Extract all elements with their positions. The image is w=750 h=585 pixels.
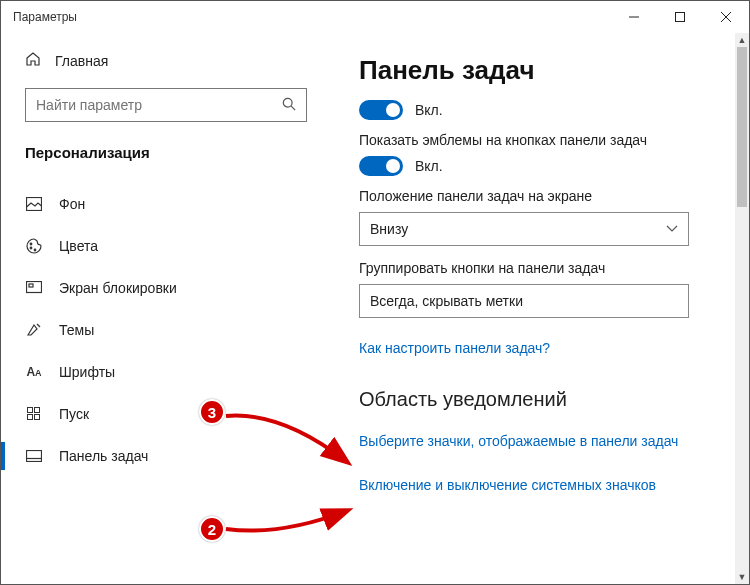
help-link[interactable]: Как настроить панели задач? <box>359 340 550 356</box>
position-select[interactable]: Внизу <box>359 212 689 246</box>
start-icon <box>25 407 43 421</box>
themes-icon <box>25 322 43 338</box>
titlebar: Параметры <box>1 1 749 33</box>
home-label: Главная <box>55 53 108 69</box>
settings-window: Параметры Главная <box>0 0 750 585</box>
toggle-1[interactable] <box>359 100 403 120</box>
svg-rect-1 <box>676 13 685 22</box>
sidebar-item-label: Шрифты <box>59 364 115 380</box>
svg-point-7 <box>30 243 32 245</box>
toggle-1-label: Вкл. <box>415 102 443 118</box>
link-toggle-system-icons[interactable]: Включение и выключение системных значков <box>359 477 656 493</box>
toggle-2[interactable] <box>359 156 403 176</box>
toggle-2-label: Вкл. <box>415 158 443 174</box>
toggle-row-2: Вкл. <box>359 156 737 176</box>
sidebar-item-label: Панель задач <box>59 448 148 464</box>
svg-rect-16 <box>27 451 42 462</box>
sidebar-item-start[interactable]: Пуск <box>25 394 307 434</box>
taskbar-icon <box>25 450 43 462</box>
sidebar-item-background[interactable]: Фон <box>25 184 307 224</box>
position-label: Положение панели задач на экране <box>359 188 737 204</box>
window-controls <box>611 1 749 33</box>
sidebar-item-fonts[interactable]: AA Шрифты <box>25 352 307 392</box>
scroll-track[interactable] <box>735 47 749 570</box>
emblems-label: Показать эмблемы на кнопках панели задач <box>359 132 737 148</box>
svg-point-9 <box>34 249 36 251</box>
annotation-badge-2: 2 <box>199 516 225 542</box>
search-box[interactable] <box>25 88 307 122</box>
sidebar-item-label: Фон <box>59 196 85 212</box>
search-icon <box>282 97 296 114</box>
search-input[interactable] <box>36 97 282 113</box>
scroll-down-icon[interactable]: ▼ <box>735 570 749 584</box>
scroll-up-icon[interactable]: ▲ <box>735 33 749 47</box>
window-body: Главная Персонализация Фон Цвета Экран б… <box>1 33 749 584</box>
svg-rect-11 <box>29 284 33 287</box>
group-select[interactable]: Всегда, скрывать метки <box>359 284 689 318</box>
sidebar-item-colors[interactable]: Цвета <box>25 226 307 266</box>
home-nav[interactable]: Главная <box>25 51 307 70</box>
scroll-thumb[interactable] <box>737 47 747 207</box>
category-title: Персонализация <box>25 144 307 161</box>
link-select-icons[interactable]: Выберите значки, отображаемые в панели з… <box>359 433 678 449</box>
position-value: Внизу <box>370 221 408 237</box>
sidebar-item-label: Пуск <box>59 406 89 422</box>
maximize-button[interactable] <box>657 1 703 33</box>
svg-rect-13 <box>35 408 40 413</box>
fonts-icon: AA <box>25 365 43 379</box>
annotation-badge-3: 3 <box>199 399 225 425</box>
sidebar-item-label: Цвета <box>59 238 98 254</box>
picture-icon <box>25 197 43 211</box>
lockscreen-icon <box>25 281 43 295</box>
svg-point-4 <box>283 98 292 107</box>
sidebar-item-lockscreen[interactable]: Экран блокировки <box>25 268 307 308</box>
chevron-down-icon <box>666 222 678 236</box>
vertical-scrollbar[interactable]: ▲ ▼ <box>735 33 749 584</box>
svg-rect-14 <box>28 415 33 420</box>
home-icon <box>25 51 41 70</box>
section-notifications-heading: Область уведомлений <box>359 388 737 411</box>
toggle-row-1: Вкл. <box>359 100 737 120</box>
palette-icon <box>25 238 43 254</box>
close-button[interactable] <box>703 1 749 33</box>
svg-point-8 <box>30 247 32 249</box>
sidebar-item-themes[interactable]: Темы <box>25 310 307 350</box>
sidebar: Главная Персонализация Фон Цвета Экран б… <box>1 33 331 584</box>
sidebar-item-label: Темы <box>59 322 94 338</box>
svg-line-5 <box>291 106 295 110</box>
svg-rect-12 <box>28 408 33 413</box>
svg-rect-15 <box>35 415 40 420</box>
window-title: Параметры <box>13 10 611 24</box>
sidebar-item-label: Экран блокировки <box>59 280 177 296</box>
group-label: Группировать кнопки на панели задач <box>359 260 737 276</box>
sidebar-item-taskbar[interactable]: Панель задач <box>25 436 307 476</box>
group-value: Всегда, скрывать метки <box>370 293 523 309</box>
content-area: Панель задач Вкл. Показать эмблемы на кн… <box>331 33 749 584</box>
page-heading: Панель задач <box>359 55 737 86</box>
minimize-button[interactable] <box>611 1 657 33</box>
